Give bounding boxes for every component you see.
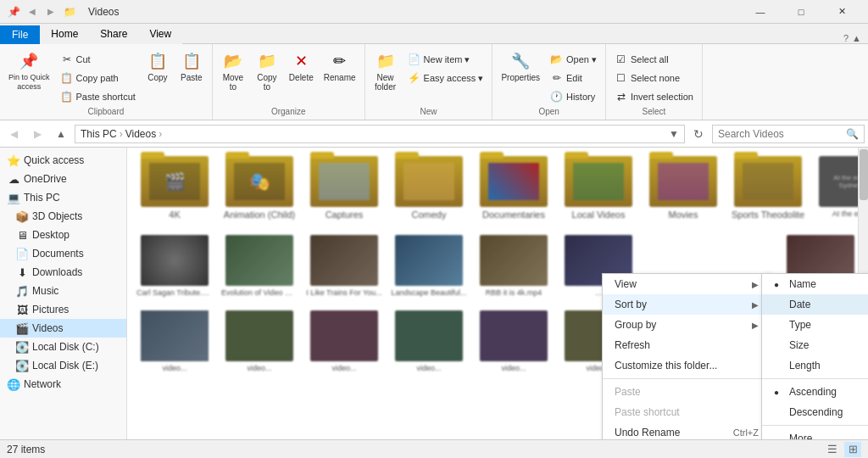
delete-button[interactable]: ✕ Delete [286,47,317,84]
rename-button[interactable]: ✏ Rename [320,47,359,84]
video-5[interactable]: RBB it is 4k.mp4 [473,232,554,300]
video-r3-3-label: video... [306,364,382,372]
properties-button[interactable]: 🔧 Properties [498,47,543,84]
video-r3-2[interactable]: video... [219,307,300,376]
sidebar-item-desktop[interactable]: 🖥 Desktop [0,226,126,244]
sub-descending[interactable]: Descending [762,402,868,422]
video-3[interactable]: I Like Trains For You... [303,232,385,300]
select-none-button[interactable]: ☐ Select none [611,70,697,87]
folder-movies-label: Movies [645,209,721,220]
copy-to-button[interactable]: 📁 Copyto [252,47,282,93]
ctx-sort-by[interactable]: Sort by ▶ [603,294,771,315]
video-r3-4[interactable]: video... [388,307,470,376]
new-item-button[interactable]: 📄 New item ▾ [404,51,487,68]
sub-type[interactable]: Type [762,315,868,335]
history-button[interactable]: 🕐 History [547,88,600,105]
ctx-undo-rename-label: Undo Rename [615,427,680,438]
ctx-view[interactable]: View ▶ [603,274,771,294]
video-4[interactable]: Landscape Beautiful... [388,232,470,300]
delete-icon: ✕ [289,49,313,73]
invert-selection-button[interactable]: ⇄ Invert selection [611,88,697,105]
open-button[interactable]: 📂 Open ▾ [547,51,600,68]
move-to-button[interactable]: 📂 Moveto [218,47,248,93]
sidebar-item-downloads[interactable]: ⬇ Downloads [0,263,126,282]
ctx-refresh[interactable]: Refresh [603,335,771,355]
edit-button[interactable]: ✏ Edit [547,70,600,87]
expand-icon[interactable]: ▲ [852,33,861,43]
forward-button[interactable]: ▶ [27,124,47,144]
sub-ascending[interactable]: ● Ascending [762,382,868,402]
ctx-paste-shortcut[interactable]: Paste shortcut [603,402,771,422]
invert-icon: ⇄ [615,90,628,103]
folder-local-videos[interactable]: Local Videos [558,153,639,223]
folder-documentaries[interactable]: Documentaries [473,153,554,223]
edit-icon: ✏ [550,71,564,85]
address-path[interactable]: This PC › Videos › ▼ [75,125,685,143]
minimize-button[interactable]: — [741,0,780,24]
ctx-undo-rename[interactable]: Undo Rename Ctrl+Z [603,422,771,439]
new-folder-button[interactable]: 📁 Newfolder [370,47,401,93]
cut-button[interactable]: ✂ Cut [57,51,139,68]
list-view-button[interactable]: ☰ [824,442,841,457]
refresh-button[interactable]: ↻ [688,124,709,144]
video-2[interactable]: Evolution of Video Game... [219,232,300,300]
sidebar-item-this-pc[interactable]: 💻 This PC [0,188,126,207]
sidebar-item-local-disk-c[interactable]: 💽 Local Disk (C:) [0,338,126,356]
sidebar-item-pictures[interactable]: 🖼 Pictures [0,300,126,319]
sidebar-item-documents[interactable]: 📄 Documents [0,244,126,263]
folder-4k[interactable]: 🎬 4K [134,153,215,223]
paste-button[interactable]: 📋 Paste [176,47,207,84]
tab-home[interactable]: Home [40,24,89,44]
video-1[interactable]: Carl Sagan Tribute.MP4 [134,232,215,300]
quick-access-icon[interactable]: 📌 [7,5,20,19]
path-dropdown-icon[interactable]: ▼ [669,128,679,140]
tab-view[interactable]: View [138,24,182,44]
sub-size[interactable]: Size [762,335,868,355]
sidebar-label-local-disk-c: Local Disk (C:) [32,341,99,353]
paste-shortcut-button[interactable]: 📋 Paste shortcut [57,88,139,105]
copy-button[interactable]: 📋 Copy [142,47,173,84]
sidebar-item-onedrive[interactable]: ☁ OneDrive [0,170,126,188]
forward-icon[interactable]: ▶ [44,5,58,19]
sidebar-item-videos[interactable]: 🎬 Videos [0,319,126,338]
sidebar-item-quick-access[interactable]: ⭐ Quick access [0,151,126,170]
ctx-group-by[interactable]: Group by ▶ [603,315,771,335]
folder-captures[interactable]: Captures [303,153,385,223]
easy-access-button[interactable]: ⚡ Easy access ▾ [404,70,487,87]
back-button[interactable]: ◀ [3,124,24,144]
video-r3-3[interactable]: video... [303,307,385,376]
ctx-customize[interactable]: Customize this folder... [603,355,771,376]
folder-movies[interactable]: Movies [643,153,724,223]
sub-more[interactable]: More... [762,428,868,439]
up-button[interactable]: ▲ [51,124,71,144]
video-r3-1[interactable]: video... [134,307,215,376]
clipboard-small-btns: ✂ Cut 📋 Copy path 📋 Paste shortcut [57,47,139,105]
folder-sports[interactable]: Sports Theodolite [727,153,809,223]
sub-name[interactable]: ● Name [762,274,868,294]
content-area[interactable]: 🎬 4K 🎭 Animation (Child) [127,148,868,439]
sidebar-item-3d-objects[interactable]: 📦 3D Objects [0,207,126,226]
video-r3-5[interactable]: video... [473,307,554,376]
sidebar-item-network[interactable]: 🌐 Network [0,375,126,394]
tab-share[interactable]: Share [89,24,138,44]
search-input[interactable] [718,128,846,140]
history-label: History [566,92,595,102]
close-button[interactable]: ✕ [822,0,861,24]
ctx-paste[interactable]: Paste [603,382,771,402]
back-icon[interactable]: ◀ [25,5,39,19]
folder-animation[interactable]: 🎭 Animation (Child) [219,153,300,223]
pin-to-quick-access-button[interactable]: 📌 Pin to Quickaccess [5,47,53,93]
maximize-button[interactable]: □ [782,0,821,24]
copy-path-button[interactable]: 📋 Copy path [57,70,139,87]
folder-comedy[interactable]: Comedy [388,153,470,223]
sidebar-item-music[interactable]: 🎵 Music [0,282,126,300]
sidebar-item-local-disk-e[interactable]: 💽 Local Disk (E:) [0,356,126,375]
sub-date[interactable]: Date [762,294,868,315]
sub-length[interactable]: Length [762,355,868,376]
help-icon[interactable]: ? [843,33,849,43]
folders-row-1: 🎬 4K 🎭 Animation (Child) [127,148,868,228]
tab-file[interactable]: File [0,25,40,44]
select-all-button[interactable]: ☑ Select all [611,51,697,68]
thumbnail-view-button[interactable]: ⊞ [844,442,861,457]
scrollbar-thumb[interactable] [860,149,868,200]
